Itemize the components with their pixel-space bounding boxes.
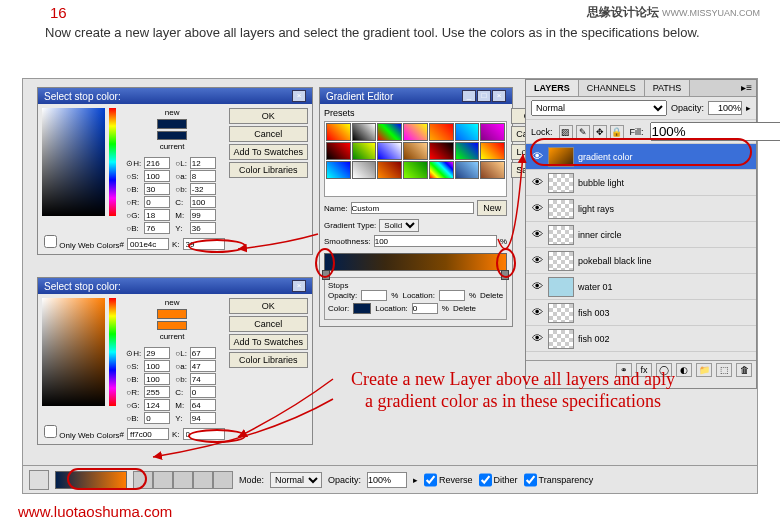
maximize-icon[interactable]: □	[477, 90, 491, 102]
layer-row[interactable]: 👁bubble light	[526, 170, 756, 196]
watermark-top: 思缘设计论坛 WWW.MISSYUAN.COM	[587, 4, 760, 21]
cancel-button[interactable]: Cancel	[229, 126, 308, 142]
watermark-bottom: www.luotaoshuma.com	[18, 503, 172, 520]
lock-all-icon[interactable]: 🔒	[610, 125, 624, 139]
layer-name: fish 002	[578, 334, 610, 344]
color-field[interactable]	[42, 298, 105, 406]
link-icon[interactable]: ⚭	[616, 363, 632, 377]
hue-slider[interactable]	[109, 298, 116, 406]
c-input[interactable]	[190, 196, 216, 208]
layer-thumbnail	[548, 251, 574, 271]
b-input[interactable]	[144, 183, 170, 195]
tab-paths[interactable]: PATHS	[645, 80, 691, 96]
gradient-editor: Gradient Editor _□× Presets Name:New Gra…	[319, 87, 513, 327]
layers-panel: LAYERS CHANNELS PATHS ▸≡ Normal Opacity:…	[525, 79, 757, 389]
b3-input[interactable]	[144, 222, 170, 234]
lock-pixels-icon[interactable]: ✎	[576, 125, 590, 139]
l-input[interactable]	[190, 157, 216, 169]
fx-icon[interactable]: fx	[636, 363, 652, 377]
layer-row[interactable]: 👁water 01	[526, 274, 756, 300]
color-field[interactable]	[42, 108, 105, 216]
b2-input[interactable]	[190, 183, 216, 195]
layer-row[interactable]: 👁gradient color	[526, 144, 756, 170]
hex-input[interactable]	[127, 238, 169, 250]
g-input[interactable]	[144, 209, 170, 221]
ok-button[interactable]: OK	[229, 108, 308, 124]
current-color-swatch	[157, 321, 187, 331]
new-button[interactable]: New	[477, 200, 507, 216]
layer-row[interactable]: 👁fish 003	[526, 300, 756, 326]
new-layer-icon[interactable]: ⬚	[716, 363, 732, 377]
lock-position-icon[interactable]: ✥	[593, 125, 607, 139]
close-icon[interactable]: ×	[292, 280, 306, 292]
tab-layers[interactable]: LAYERS	[526, 80, 579, 96]
visibility-icon[interactable]: 👁	[530, 228, 544, 242]
color-libraries-button[interactable]: Color Libraries	[229, 352, 308, 368]
folder-icon[interactable]: 📁	[696, 363, 712, 377]
cancel-button[interactable]: Cancel	[229, 316, 308, 332]
adjustment-icon[interactable]: ◐	[676, 363, 692, 377]
gradient-tool-icon[interactable]	[29, 470, 49, 490]
add-swatches-button[interactable]: Add To Swatches	[229, 144, 308, 160]
layer-row[interactable]: 👁light rays	[526, 196, 756, 222]
hue-slider[interactable]	[109, 108, 116, 216]
gradient-stop-right[interactable]	[501, 270, 509, 280]
fill-input[interactable]	[650, 122, 780, 141]
gradient-name-input[interactable]	[351, 202, 475, 214]
transparency-checkbox[interactable]: Transparency	[524, 472, 594, 488]
visibility-icon[interactable]: 👁	[530, 202, 544, 216]
gradient-stop-left[interactable]	[322, 270, 330, 280]
smoothness-input[interactable]	[374, 235, 497, 247]
layer-row[interactable]: 👁pokeball black line	[526, 248, 756, 274]
gradient-type-buttons[interactable]	[133, 471, 233, 489]
presets-grid[interactable]	[324, 121, 507, 197]
current-color-swatch	[157, 131, 187, 141]
layer-list: 👁gradient color👁bubble light👁light rays👁…	[526, 144, 756, 360]
picker1-titlebar: Select stop color: ×	[38, 88, 312, 104]
trash-icon[interactable]: 🗑	[736, 363, 752, 377]
stops-section: Stops Opacity:%Location:%Delete Color:Lo…	[324, 277, 507, 320]
layer-name: gradient color	[578, 152, 633, 162]
add-swatches-button[interactable]: Add To Swatches	[229, 334, 308, 350]
y-input[interactable]	[190, 222, 216, 234]
hex-input[interactable]	[127, 428, 169, 440]
r-input[interactable]	[144, 196, 170, 208]
visibility-icon[interactable]: 👁	[530, 150, 544, 164]
a-input[interactable]	[190, 170, 216, 182]
ok-button[interactable]: OK	[229, 298, 308, 314]
stop-color-chip[interactable]	[353, 303, 371, 314]
visibility-icon[interactable]: 👁	[530, 280, 544, 294]
opacity-input[interactable]	[708, 101, 742, 115]
reverse-checkbox[interactable]: Reverse	[424, 472, 473, 488]
mask-icon[interactable]: ◯	[656, 363, 672, 377]
lock-transparency-icon[interactable]: ▨	[559, 125, 573, 139]
m-input[interactable]	[190, 209, 216, 221]
visibility-icon[interactable]: 👁	[530, 254, 544, 268]
gradient-type-select[interactable]: Solid	[379, 219, 419, 232]
web-colors-checkbox[interactable]: Only Web Colors	[44, 425, 120, 440]
color-picker-1: Select stop color: × new current ⊙H: ○L:…	[37, 87, 313, 255]
panel-menu-icon[interactable]: ▸≡	[737, 80, 756, 96]
visibility-icon[interactable]: 👁	[530, 176, 544, 190]
new-color-swatch	[157, 309, 187, 319]
blend-mode-select[interactable]: Normal	[531, 100, 667, 116]
color-libraries-button[interactable]: Color Libraries	[229, 162, 308, 178]
close-icon[interactable]: ×	[492, 90, 506, 102]
blend-mode-select[interactable]: Normal	[270, 472, 322, 488]
gradient-bar[interactable]	[324, 253, 507, 271]
layer-row[interactable]: 👁inner circle	[526, 222, 756, 248]
location-input[interactable]	[412, 303, 438, 314]
visibility-icon[interactable]: 👁	[530, 332, 544, 346]
opacity-input[interactable]	[367, 472, 407, 488]
tab-channels[interactable]: CHANNELS	[579, 80, 645, 96]
close-icon[interactable]: ×	[292, 90, 306, 102]
visibility-icon[interactable]: 👁	[530, 306, 544, 320]
s-input[interactable]	[144, 170, 170, 182]
layer-row[interactable]: 👁fish 002	[526, 326, 756, 352]
minimize-icon[interactable]: _	[462, 90, 476, 102]
dither-checkbox[interactable]: Dither	[479, 472, 518, 488]
web-colors-checkbox[interactable]: Only Web Colors	[44, 235, 120, 250]
gradient-titlebar: Gradient Editor _□×	[320, 88, 512, 104]
gradient-preview[interactable]	[55, 471, 127, 489]
h-input[interactable]	[144, 157, 170, 169]
